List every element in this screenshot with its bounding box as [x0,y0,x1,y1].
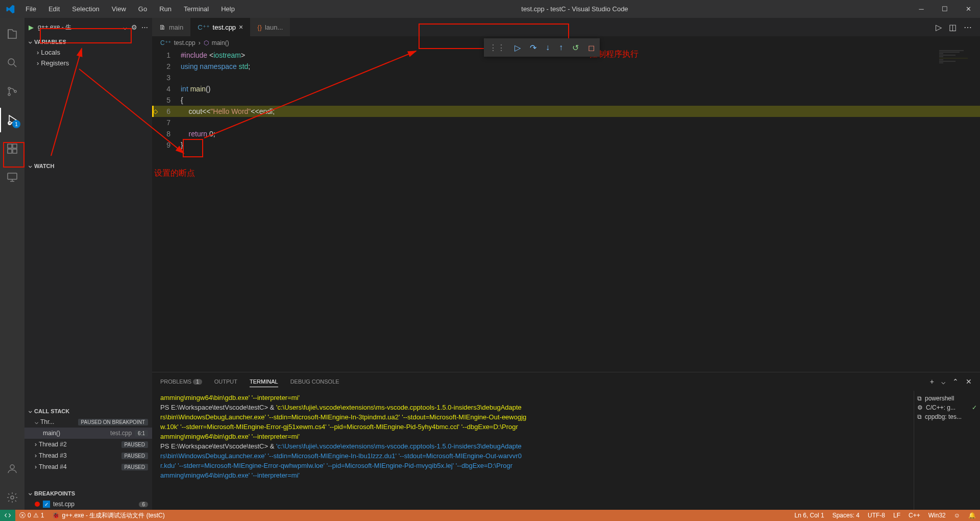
terminal-dropdown-icon[interactable]: ⌵ [941,377,945,386]
status-encoding[interactable]: UTF-8 [864,512,889,519]
callstack-thread[interactable]: › Thread #2PAUSED [24,439,152,450]
svg-rect-6 [13,144,17,148]
debug-sidebar: ▶ g++.exe - 生... ⌵ ⚙ ⋯ ⌵ VARIABLES › Loc… [24,18,152,510]
remote-indicator[interactable] [0,510,15,521]
explorer-icon[interactable] [0,22,24,46]
callstack-section[interactable]: ⌵ CALL STACK [24,406,152,416]
tab-laun...[interactable]: {} laun... [250,18,290,36]
variables-locals[interactable]: › Locals [24,47,152,58]
tab-test.cpp[interactable]: C⁺⁺ test.cpp × [190,18,250,36]
stop-button[interactable]: ◻ [588,43,595,53]
run-config-bar: ▶ g++.exe - 生... ⌵ ⚙ ⋯ [24,18,152,36]
callstack-thread[interactable]: › Thread #3PAUSED [24,450,152,461]
new-terminal-icon[interactable]: + [930,377,934,386]
remote-explorer-icon[interactable] [0,165,24,190]
search-icon[interactable] [0,51,24,75]
terminal-session[interactable]: ⚙C/C++: g...✓ [917,403,977,412]
menu-edit[interactable]: Edit [43,3,65,15]
menu-bar: FileEditSelectionViewGoRunTerminalHelp [20,3,240,15]
minimap[interactable] [939,50,980,152]
menu-help[interactable]: Help [216,3,240,15]
step-into-button[interactable]: ↓ [546,43,550,52]
menu-run[interactable]: Run [154,3,177,15]
status-bar: ⓧ 0 ⚠ 1 🐞 g++.exe - 生成和调试活动文件 (testC) Ln… [0,510,980,521]
status-feedback-icon[interactable]: ☺ [950,512,964,519]
svg-point-1 [8,87,10,89]
svg-rect-5 [8,144,12,148]
svg-point-11 [11,496,14,499]
chevron-down-icon[interactable]: ⌵ [123,23,127,31]
svg-rect-9 [8,173,17,179]
status-bell-icon[interactable]: 🔔 [964,512,980,519]
status-errors[interactable]: ⓧ 0 ⚠ 1 [15,511,48,520]
settings-icon[interactable] [0,485,24,510]
menu-terminal[interactable]: Terminal [179,3,214,15]
more-icon[interactable]: ⋯ [141,23,148,31]
run-config-select[interactable]: g++.exe - 生... [38,23,119,32]
variables-section[interactable]: ⌵ VARIABLES [24,36,152,47]
restart-button[interactable]: ↺ [572,43,579,53]
split-editor-icon[interactable]: ◫ [949,22,957,32]
watch-section[interactable]: ⌵ WATCH [24,160,152,171]
title-bar: FileEditSelectionViewGoRunTerminalHelp t… [0,0,980,18]
menu-selection[interactable]: Selection [67,3,104,15]
breakpoint-item[interactable]: ✓ test.cpp 6 [24,499,152,510]
run-action-icon[interactable]: ▷ [936,22,942,32]
minimize-button[interactable]: ─ [910,0,933,18]
breakpoint-checkbox[interactable]: ✓ [43,501,50,508]
svg-rect-7 [8,149,12,153]
maximize-button[interactable]: ☐ [933,0,957,18]
run-debug-icon[interactable]: 1 [0,108,24,132]
svg-point-0 [8,59,14,65]
close-tab-icon[interactable]: × [239,23,243,31]
bottom-panel: PROBLEMS 1 OUTPUT TERMINAL DEBUG CONSOLE… [152,372,980,510]
panel-tabs: PROBLEMS 1 OUTPUT TERMINAL DEBUG CONSOLE… [152,372,980,391]
breakpoints-section[interactable]: ⌵ BREAKPOINTS [24,488,152,499]
editor-area: 🗎 mainC⁺⁺ test.cpp ×{} laun... ▷ ◫ ⋯ C⁺⁺… [152,18,980,510]
step-over-button[interactable]: ↷ [530,43,536,53]
tab-main[interactable]: 🗎 main [152,18,190,36]
accounts-icon[interactable] [0,457,24,481]
code-editor[interactable]: 1#include <iostream>2using namespace std… [152,50,980,372]
editor-tabs: 🗎 mainC⁺⁺ test.cpp ×{} laun... ▷ ◫ ⋯ [152,18,980,36]
debug-toolbar: ⋮⋮ ▷ ↷ ↓ ↑ ↺ ◻ [484,38,600,57]
output-tab[interactable]: OUTPUT [214,376,237,387]
problems-tab[interactable]: PROBLEMS 1 [160,376,202,387]
svg-point-2 [8,93,10,96]
extensions-icon[interactable] [0,136,24,161]
terminal-tab[interactable]: TERMINAL [250,376,278,387]
more-actions-icon[interactable]: ⋯ [964,22,972,32]
window-title: test.cpp - testC - Visual Studio Code [240,5,910,13]
status-eol[interactable]: LF [889,512,904,519]
status-cursor-pos[interactable]: Ln 6, Col 1 [791,512,828,519]
gear-icon[interactable]: ⚙ [131,23,137,31]
menu-file[interactable]: File [20,3,41,15]
svg-rect-8 [13,149,17,153]
terminal-session[interactable]: ⧉powershell [917,394,977,403]
start-debug-button[interactable]: ▶ [29,23,34,31]
menu-view[interactable]: View [107,3,131,15]
callstack-thread-main[interactable]: ⌵ Thr...PAUSED ON BREAKPOINT [24,416,152,428]
close-panel-icon[interactable]: ✕ [966,377,972,386]
step-out-button[interactable]: ↑ [559,43,563,52]
terminal-session[interactable]: ⧉cppdbg: tes... [917,412,977,421]
svg-point-10 [10,465,14,469]
continue-button[interactable]: ▷ [514,43,521,53]
callstack-frame[interactable]: main() test.cpp 6:1 [24,428,152,439]
activity-bar: 1 [0,18,24,510]
status-debug-config[interactable]: 🐞 g++.exe - 生成和调试活动文件 (testC) [48,511,168,520]
maximize-panel-icon[interactable]: ⌃ [952,377,959,386]
callstack-thread[interactable]: › Thread #4PAUSED [24,461,152,472]
variables-registers[interactable]: › Registers [24,58,152,68]
terminal-list: ⧉powershell⚙C/C++: g...✓⧉cppdbg: tes... [914,391,980,510]
terminal-content[interactable]: amming\mingw64\bin\gdb.exe' '--interpret… [152,391,914,510]
menu-go[interactable]: Go [133,3,152,15]
status-spaces[interactable]: Spaces: 4 [828,512,864,519]
status-language[interactable]: C++ [904,512,924,519]
close-button[interactable]: ✕ [957,0,980,18]
status-os[interactable]: Win32 [924,512,950,519]
debug-console-tab[interactable]: DEBUG CONSOLE [290,376,339,387]
source-control-icon[interactable] [0,79,24,104]
drag-handle-icon[interactable]: ⋮⋮ [489,43,505,53]
debug-badge: 1 [12,120,20,128]
